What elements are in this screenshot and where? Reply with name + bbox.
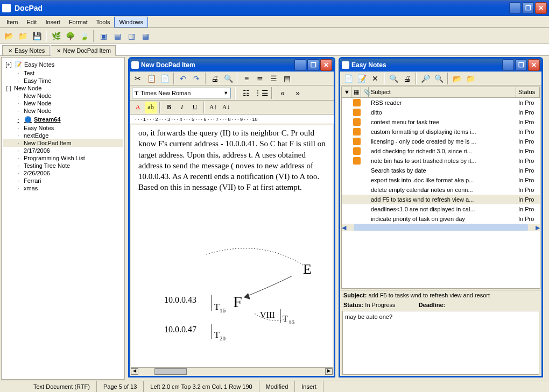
tree-item[interactable]: ·New DocPad Item bbox=[3, 139, 123, 147]
editor-titlebar[interactable]: New DocPad Item _ ❐ ✕ bbox=[130, 59, 334, 72]
indent-icon[interactable]: » bbox=[291, 87, 304, 99]
tree-expand-icon[interactable]: 🌿 bbox=[50, 30, 62, 42]
print-icon[interactable]: 🖨 bbox=[208, 72, 221, 85]
filter-icon[interactable]: ▼ bbox=[342, 87, 351, 97]
task-row[interactable]: delete empty calendar notes on conn...In… bbox=[342, 185, 540, 195]
document-tree[interactable]: [+]📝Easy Notes·Test·Easy Time[-]New Node… bbox=[1, 57, 125, 380]
tree-item[interactable]: ·New Node bbox=[3, 107, 123, 115]
tree-item[interactable]: ·Testing Tree Note bbox=[3, 162, 123, 169]
task-row[interactable]: RSS readerIn Pro bbox=[342, 98, 540, 108]
find-icon[interactable]: 🔎 bbox=[419, 72, 432, 85]
paste-icon[interactable]: 📄 bbox=[158, 72, 171, 85]
tree-item[interactable]: [+]📝Easy Notes bbox=[3, 60, 123, 69]
cascade-icon[interactable]: ▤ bbox=[111, 30, 124, 42]
minimize-button[interactable]: _ bbox=[502, 59, 514, 71]
bullet-list-icon[interactable]: ⋮☰ bbox=[255, 87, 268, 99]
tree-item[interactable]: ·xmas bbox=[3, 184, 123, 192]
outdent-icon[interactable]: « bbox=[276, 87, 289, 99]
status-column[interactable]: Status bbox=[516, 87, 540, 97]
tree-item[interactable]: ·🔵Stream64 bbox=[3, 115, 123, 124]
task-row[interactable]: add F5 to tasks wnd to refresh view a...… bbox=[342, 195, 540, 204]
minimize-button[interactable]: _ bbox=[294, 59, 306, 71]
arrange-icon[interactable]: ▦ bbox=[139, 30, 152, 42]
task-row[interactable]: add checking for richedit 3.0, since ri.… bbox=[342, 146, 540, 156]
tile-icon[interactable]: ▥ bbox=[125, 30, 138, 42]
editor-body[interactable]: oo, it forwards the query (II) to its ne… bbox=[131, 125, 333, 375]
tree-icon[interactable]: 🌳 bbox=[64, 30, 76, 42]
copy-icon[interactable]: 📋 bbox=[145, 72, 158, 85]
menu-format[interactable]: Format bbox=[65, 17, 92, 27]
bold-icon[interactable]: B bbox=[163, 102, 175, 113]
maximize-button[interactable]: ❐ bbox=[515, 59, 527, 71]
font-color-icon[interactable]: A bbox=[132, 102, 144, 113]
numbered-list-icon[interactable]: ☷ bbox=[240, 87, 252, 99]
tree-item[interactable]: ·2/17/2006 bbox=[3, 147, 123, 154]
tab-close-icon[interactable]: ✕ bbox=[55, 48, 61, 54]
cut-icon[interactable]: ✂ bbox=[131, 72, 144, 85]
maximize-button[interactable]: ❐ bbox=[522, 2, 534, 14]
menu-windows[interactable]: Windows bbox=[114, 17, 148, 27]
window-icon[interactable]: ▣ bbox=[97, 30, 110, 42]
undo-icon[interactable]: ↶ bbox=[177, 72, 189, 85]
menu-insert[interactable]: Insert bbox=[41, 17, 65, 27]
tree-item[interactable]: ·Ferrari bbox=[3, 177, 123, 184]
menu-item[interactable]: Item bbox=[2, 17, 22, 27]
delete-task-icon[interactable]: ✕ bbox=[369, 72, 382, 85]
tree-item[interactable]: ·Programming Wish List bbox=[3, 154, 123, 162]
tasks-titlebar[interactable]: Easy Notes _ ❐ ✕ bbox=[340, 59, 541, 72]
preview-icon[interactable]: 🔍 bbox=[222, 72, 235, 85]
task-row[interactable]: custom formatting of displaying items i.… bbox=[342, 127, 540, 137]
grow-font-icon[interactable]: A↑ bbox=[207, 102, 219, 113]
folder-icon[interactable]: 📁 bbox=[16, 30, 29, 42]
tab-new-docpad[interactable]: ✕ New DocPad Item bbox=[51, 45, 116, 56]
close-button[interactable]: ✕ bbox=[528, 59, 540, 71]
open-icon[interactable]: 📂 bbox=[2, 30, 15, 42]
preview-icon[interactable]: 🔍 bbox=[387, 72, 400, 85]
redo-icon[interactable]: ↷ bbox=[190, 72, 203, 85]
dropdown-icon[interactable]: ▼ bbox=[223, 90, 228, 96]
menu-tools[interactable]: Tools bbox=[92, 17, 115, 27]
task-row[interactable]: deadlines<1.0 are not displayed in cal..… bbox=[342, 204, 540, 214]
expander-icon[interactable]: [-] bbox=[5, 85, 12, 91]
close-button[interactable]: ✕ bbox=[535, 2, 547, 14]
align-center-icon[interactable]: ≣ bbox=[254, 72, 266, 85]
highlight-icon[interactable]: ab bbox=[145, 102, 157, 113]
tree-item[interactable]: ·2/26/2006 bbox=[3, 169, 123, 177]
tree-node-icon[interactable]: 🍃 bbox=[78, 30, 90, 42]
task-row[interactable]: export task into .doc like format aka p.… bbox=[342, 175, 540, 185]
align-right-icon[interactable]: ☰ bbox=[267, 72, 280, 85]
tree-item[interactable]: ·Test bbox=[3, 69, 123, 77]
expander-icon[interactable]: [+] bbox=[5, 62, 12, 68]
shrink-font-icon[interactable]: A↓ bbox=[220, 102, 232, 113]
font-select[interactable]: T Times New Roman ▼ bbox=[132, 88, 231, 98]
ruler[interactable]: · · · 1 · · · 2 · · · 3 · · · 4 · · · 5 … bbox=[130, 115, 334, 124]
task-row[interactable]: note bin has to sort trashed notes by it… bbox=[342, 156, 540, 166]
italic-icon[interactable]: I bbox=[176, 102, 188, 113]
tab-easy-notes[interactable]: ✕ Easy Notes bbox=[2, 45, 50, 55]
subject-column[interactable]: Subject bbox=[369, 87, 516, 97]
task-scrollbar[interactable]: ◀ ▶ bbox=[342, 224, 540, 231]
close-button[interactable]: ✕ bbox=[320, 59, 332, 71]
task-row[interactable]: context menu for task treeIn Pro bbox=[342, 117, 540, 127]
editor-text[interactable]: oo, it forwards the query (II) to its ne… bbox=[135, 125, 333, 206]
print-icon[interactable]: 🖨 bbox=[400, 72, 413, 85]
folder-up-icon[interactable]: 📂 bbox=[451, 72, 463, 85]
task-row[interactable]: dittoIn Pro bbox=[342, 108, 540, 117]
scroll-right-icon[interactable]: ▶ bbox=[325, 368, 333, 375]
tree-item[interactable]: ·nextEdge bbox=[3, 132, 123, 139]
scroll-left-icon[interactable]: ◀ bbox=[131, 368, 138, 375]
minimize-button[interactable]: _ bbox=[509, 2, 521, 14]
align-left-icon[interactable]: ≡ bbox=[240, 72, 253, 85]
edit-task-icon[interactable]: 📝 bbox=[355, 72, 368, 85]
new-task-icon[interactable]: 📄 bbox=[342, 72, 355, 85]
justify-icon[interactable]: ▤ bbox=[280, 72, 293, 85]
horizontal-scrollbar[interactable]: ◀ ▶ bbox=[131, 367, 333, 375]
tree-item[interactable]: ·New Node bbox=[3, 99, 123, 107]
task-row[interactable]: Search tasks by dateIn Pro bbox=[342, 166, 540, 175]
tree-item[interactable]: ·Easy Notes bbox=[3, 124, 123, 132]
save-icon[interactable]: 💾 bbox=[30, 30, 43, 42]
tab-close-icon[interactable]: ✕ bbox=[7, 48, 13, 54]
task-list[interactable]: ▼ ▦ 📎 Subject Status RSS readerIn Prodit… bbox=[341, 87, 540, 289]
scroll-thumb[interactable] bbox=[154, 368, 187, 375]
menu-edit[interactable]: Edit bbox=[22, 17, 41, 27]
